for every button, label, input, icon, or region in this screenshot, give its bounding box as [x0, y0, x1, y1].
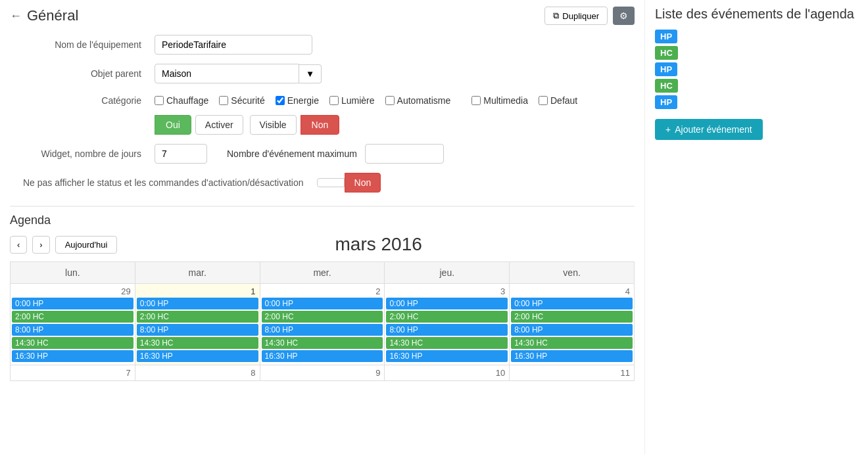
checkbox-energie[interactable]: Energie: [276, 95, 319, 106]
dupliquer-button[interactable]: ⧉ Dupliquer: [544, 7, 608, 25]
day-number: 1: [137, 285, 258, 298]
event-bar[interactable]: 14:30 HC: [262, 337, 383, 349]
checkbox-defaut[interactable]: Defaut: [539, 95, 577, 106]
event-bar[interactable]: 16:30 HP: [386, 350, 508, 362]
next-button[interactable]: ›: [32, 236, 49, 254]
event-bar[interactable]: 2:00 HC: [262, 311, 383, 323]
event-tag: HC: [655, 79, 678, 93]
event-bar[interactable]: 14:30 HC: [511, 337, 633, 349]
status-label: Ne pas afficher le status et les command…: [10, 177, 304, 188]
parent-select[interactable]: Maison: [155, 64, 299, 83]
day-number: 2: [262, 285, 383, 298]
status-row: Ne pas afficher le status et les command…: [10, 173, 635, 193]
event-bar[interactable]: 16:30 HP: [12, 350, 133, 362]
gear-button[interactable]: ⚙: [613, 7, 635, 25]
checkbox-chauffage[interactable]: Chauffage: [155, 95, 208, 106]
header-actions: ⧉ Dupliquer ⚙: [544, 7, 635, 25]
parent-select-btn[interactable]: ▼: [299, 64, 322, 83]
non-toggle: Non: [301, 115, 340, 135]
agenda-nav: ‹ › Aujourd'hui mars 2016: [10, 234, 635, 255]
today-button[interactable]: Aujourd'hui: [55, 236, 118, 254]
agenda-title: Agenda: [10, 214, 635, 227]
event-bar[interactable]: 8:00 HP: [12, 324, 133, 336]
event-bar[interactable]: 0:00 HP: [262, 298, 383, 309]
activer-toggle: Oui: [155, 115, 191, 135]
event-bar[interactable]: 8:00 HP: [511, 324, 633, 336]
oui-button[interactable]: Oui: [155, 115, 191, 135]
day-number: 29: [12, 285, 133, 298]
event-bar[interactable]: 2:00 HC: [12, 311, 133, 323]
calendar-day[interactable]: 9: [260, 365, 385, 381]
widget-input[interactable]: [155, 144, 207, 164]
dupliquer-icon: ⧉: [553, 11, 559, 21]
col-mer: mer.: [260, 262, 385, 284]
visible-label: Visible: [250, 115, 297, 135]
day-number: 7: [12, 367, 133, 379]
calendar-day[interactable]: 10: [385, 365, 510, 381]
event-bar[interactable]: 8:00 HP: [137, 324, 258, 336]
visible-label-group: Visible: [247, 115, 297, 135]
event-bar[interactable]: 0:00 HP: [12, 298, 133, 309]
status-oui-button[interactable]: [317, 178, 345, 187]
status-toggle-group: Non: [317, 173, 381, 193]
right-panel-title: Liste des événements de l'agenda: [655, 7, 858, 22]
event-bar[interactable]: 8:00 HP: [386, 324, 508, 336]
day-number: 11: [511, 367, 633, 379]
day-number: 10: [386, 367, 508, 379]
event-bar[interactable]: 0:00 HP: [511, 298, 633, 309]
event-bar[interactable]: 14:30 HC: [386, 337, 508, 349]
calendar-day[interactable]: 10:00 HP2:00 HC8:00 HP14:30 HC16:30 HP: [135, 284, 260, 365]
col-jeu: jeu.: [385, 262, 510, 284]
nom-input[interactable]: [155, 35, 312, 55]
calendar-day[interactable]: 30:00 HP2:00 HC8:00 HP14:30 HC16:30 HP: [385, 284, 510, 365]
checkbox-securite[interactable]: Sécurité: [219, 95, 264, 106]
event-bar[interactable]: 2:00 HC: [511, 311, 633, 323]
event-bar[interactable]: 16:30 HP: [137, 350, 258, 362]
event-tag: HP: [655, 95, 677, 109]
gear-icon: ⚙: [619, 11, 628, 21]
max-events-input[interactable]: [365, 144, 444, 164]
max-events-group: Nombre d'événement maximum: [227, 144, 444, 164]
toggle-row: Oui Activer Visible Non: [10, 115, 635, 135]
event-bar[interactable]: 16:30 HP: [262, 350, 383, 362]
event-bar[interactable]: 8:00 HP: [262, 324, 383, 336]
event-bar[interactable]: 0:00 HP: [137, 298, 258, 309]
right-panel: Liste des événements de l'agenda HPHCHPH…: [644, 0, 868, 454]
status-non-button[interactable]: Non: [345, 173, 381, 193]
event-bar[interactable]: 14:30 HC: [12, 337, 133, 349]
back-icon[interactable]: ←: [10, 9, 22, 23]
event-bar[interactable]: 16:30 HP: [511, 350, 633, 362]
calendar-day[interactable]: 40:00 HP2:00 HC8:00 HP14:30 HC16:30 HP: [510, 284, 635, 365]
calendar-table: lun. mar. mer. jeu. ven. 290:00 HP2:00 H…: [10, 261, 635, 381]
month-title: mars 2016: [122, 234, 635, 255]
nom-label: Nom de l'équipement: [10, 39, 155, 50]
calendar-day[interactable]: 7: [11, 365, 135, 381]
page-header: ← Général ⧉ Dupliquer ⚙: [10, 7, 635, 25]
calendar-day[interactable]: 11: [510, 365, 635, 381]
widget-row: Widget, nombre de jours Nombre d'événeme…: [10, 144, 635, 164]
calendar-day[interactable]: 290:00 HP2:00 HC8:00 HP14:30 HC16:30 HP: [11, 284, 135, 365]
day-number: 9: [262, 367, 383, 379]
prev-button[interactable]: ‹: [10, 236, 27, 254]
event-bar[interactable]: 2:00 HC: [137, 311, 258, 323]
activer-label: Activer: [195, 115, 243, 135]
checkbox-lumiere[interactable]: Lumière: [329, 95, 375, 106]
page-title: ← Général: [10, 7, 78, 24]
nom-row: Nom de l'équipement: [10, 35, 635, 55]
add-event-button[interactable]: + Ajouter événement: [655, 119, 763, 140]
col-lun: lun.: [11, 262, 135, 284]
event-bar[interactable]: 0:00 HP: [386, 298, 508, 309]
event-bar[interactable]: 2:00 HC: [386, 311, 508, 323]
event-tag: HP: [655, 62, 677, 76]
checkbox-automatisme[interactable]: Automatisme: [385, 95, 451, 106]
event-bar[interactable]: 14:30 HC: [137, 337, 258, 349]
form-section: Nom de l'équipement Objet parent Maison …: [10, 35, 635, 193]
calendar-day[interactable]: 20:00 HP2:00 HC8:00 HP14:30 HC16:30 HP: [260, 284, 385, 365]
non-button[interactable]: Non: [301, 115, 340, 135]
col-mar: mar.: [135, 262, 260, 284]
day-number: 8: [137, 367, 258, 379]
calendar-day[interactable]: 8: [135, 365, 260, 381]
checkbox-multimedia[interactable]: Multimedia: [471, 95, 528, 106]
plus-icon: +: [665, 124, 671, 135]
categorie-checkboxes: Chauffage Sécurité Energie Lumière Autom…: [155, 95, 577, 106]
